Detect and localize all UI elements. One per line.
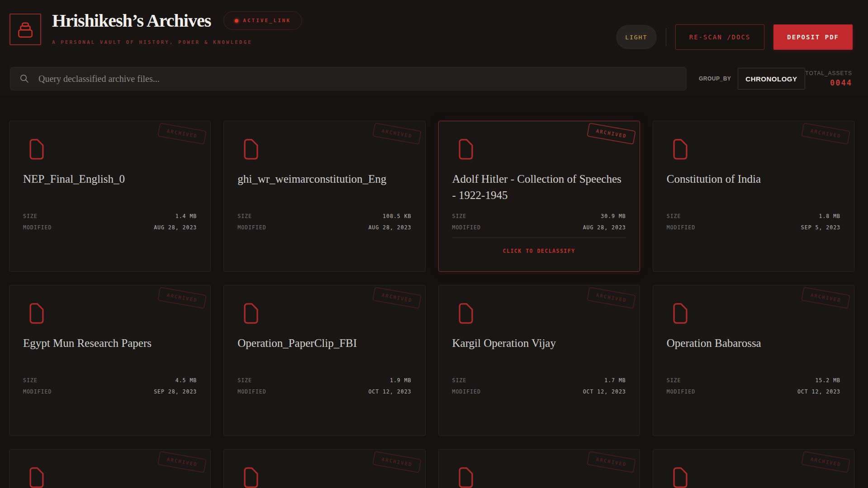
total-assets-value: 0044 [805,78,852,87]
file-title: NEP_Final_English_0 [23,171,197,187]
file-card[interactable]: ARCHIVEDNEP_Final_English_0SIZE1.4 MBMOD… [9,121,211,272]
file-modified-row: MODIFIEDAUG 28, 2023 [237,222,411,233]
archive-app: Hrishikesh’s ArchivesACTIVE_LINK A PERSO… [0,0,868,488]
declassify-action[interactable]: CLICK TO DECLASSIFY [452,237,626,254]
file-title: Operation Babarossa [667,335,840,351]
file-size-value: 108.5 KB [383,213,411,219]
file-modified-label: MODIFIED [667,389,695,395]
file-size-label: SIZE [667,213,681,219]
file-modified-value: SEP 28, 2023 [154,389,197,395]
deposit-pdf-button[interactable]: DEPOSIT PDF [773,24,853,50]
file-size-row: SIZE1.9 MB [237,374,411,386]
document-icon [458,467,474,488]
file-modified-label: MODIFIED [452,389,481,395]
file-size-label: SIZE [237,213,252,219]
file-modified-value: SEP 5, 2023 [801,224,840,231]
file-size-value: 15.2 MB [816,377,840,384]
document-icon [458,138,474,162]
file-modified-label: MODIFIED [237,224,266,231]
file-size-row: SIZE108.5 KB [237,210,411,222]
file-card[interactable]: ARCHIVEDAdolf Hitler - Collection of Spe… [438,121,640,272]
file-modified-row: MODIFIEDSEP 5, 2023 [667,222,840,233]
header-actions: LIGHT RE-SCAN /DOCS DEPOSIT PDF [616,24,853,50]
file-card[interactable]: ARCHIVED [438,449,640,488]
file-card[interactable]: ARCHIVEDghi_wr_weimarconstitution_EngSIZ… [223,121,425,272]
archived-stamp: ARCHIVED [372,451,422,473]
document-icon [672,303,689,326]
file-size-label: SIZE [452,213,467,219]
file-meta: SIZE4.5 MBMODIFIEDSEP 28, 2023 [23,374,197,397]
group-by-select[interactable]: CHRONOLOGY [738,68,805,90]
file-card[interactable]: ARCHIVED [9,449,211,488]
file-size-label: SIZE [667,377,681,384]
total-assets: TOTAL_ASSETS 0044 [805,70,852,87]
file-meta: SIZE1.8 MBMODIFIEDSEP 5, 2023 [667,210,840,233]
file-modified-row: MODIFIEDAUG 28, 2023 [23,222,197,233]
group-by-value: CHRONOLOGY [745,75,797,83]
file-modified-row: MODIFIEDOCT 12, 2023 [237,386,411,397]
file-card[interactable]: ARCHIVEDConstitution of IndiaSIZE1.8 MBM… [653,121,854,272]
file-meta: SIZE30.9 MBMODIFIEDAUG 28, 2023 [452,210,626,233]
status-badge-label: ACTIVE_LINK [243,18,291,24]
file-card-grid: ARCHIVEDNEP_Final_English_0SIZE1.4 MBMOD… [9,121,854,488]
group-by-label: GROUP_BY [699,76,731,82]
archived-stamp: ARCHIVED [801,287,850,309]
file-modified-value: OCT 12, 2023 [797,389,840,395]
document-icon [243,303,260,326]
file-meta: SIZE108.5 KBMODIFIEDAUG 28, 2023 [237,210,411,233]
file-card[interactable]: ARCHIVED [223,449,425,488]
file-title: Kargil Operation Vijay [452,335,626,351]
rescan-docs-button[interactable]: RE-SCAN /DOCS [675,24,765,50]
file-size-value: 30.9 MB [601,213,626,219]
archived-stamp: ARCHIVED [372,287,422,309]
archived-stamp: ARCHIVED [157,451,207,473]
document-icon [28,138,45,162]
theme-toggle-button[interactable]: LIGHT [616,25,657,49]
file-title: Operation_PaperClip_FBI [237,335,411,351]
file-size-row: SIZE15.2 MB [667,374,840,386]
document-icon [458,303,474,326]
file-modified-row: MODIFIEDSEP 28, 2023 [23,386,197,397]
file-size-row: SIZE1.8 MB [667,210,840,222]
app-header: Hrishikesh’s ArchivesACTIVE_LINK A PERSO… [0,0,868,54]
brand-block: Hrishikesh’s ArchivesACTIVE_LINK A PERSO… [52,10,302,45]
file-modified-value: AUG 28, 2023 [583,224,626,231]
file-size-row: SIZE30.9 MB [452,210,626,222]
archived-stamp: ARCHIVED [587,451,636,473]
file-title: Adolf Hitler - Collection of Speeches - … [452,171,626,204]
file-card[interactable]: ARCHIVED [653,449,854,488]
document-icon [28,303,45,326]
file-card[interactable]: ARCHIVEDOperation_PaperClip_FBISIZE1.9 M… [223,285,425,436]
active-dot-icon [235,19,238,23]
file-size-row: SIZE1.4 MB [23,210,197,222]
search-input[interactable] [38,73,677,85]
file-size-label: SIZE [452,377,467,384]
file-size-label: SIZE [23,377,38,384]
toolbar: GROUP_BY CHRONOLOGY TOTAL_ASSETS 0044 [10,67,845,90]
archived-stamp: ARCHIVED [157,123,207,145]
status-badge: ACTIVE_LINK [223,11,302,30]
file-size-value: 1.4 MB [175,213,197,219]
file-size-value: 1.9 MB [390,377,412,384]
file-size-value: 1.7 MB [604,377,626,384]
total-assets-label: TOTAL_ASSETS [805,70,852,76]
document-icon [672,467,689,488]
file-card[interactable]: ARCHIVEDKargil Operation VijaySIZE1.7 MB… [438,285,640,436]
file-modified-row: MODIFIEDOCT 12, 2023 [667,386,840,397]
file-modified-value: AUG 28, 2023 [368,224,411,231]
file-title: Egypt Mun Research Papers [23,335,197,351]
file-meta: SIZE1.4 MBMODIFIEDAUG 28, 2023 [23,210,197,233]
header-divider [666,28,666,46]
file-meta: SIZE15.2 MBMODIFIEDOCT 12, 2023 [667,374,840,397]
file-modified-value: AUG 28, 2023 [154,224,197,231]
file-meta: SIZE1.7 MBMODIFIEDOCT 12, 2023 [452,374,626,397]
search-box [10,67,687,90]
file-title: ghi_wr_weimarconstitution_Eng [237,171,411,187]
file-card[interactable]: ARCHIVEDEgypt Mun Research PapersSIZE4.5… [9,285,211,436]
archived-stamp: ARCHIVED [587,287,636,309]
file-meta: SIZE1.9 MBMODIFIEDOCT 12, 2023 [237,374,411,397]
file-card[interactable]: ARCHIVEDOperation BabarossaSIZE15.2 MBMO… [653,285,854,436]
file-size-row: SIZE4.5 MB [23,374,197,386]
file-modified-value: OCT 12, 2023 [368,389,411,395]
archived-stamp: ARCHIVED [801,451,850,473]
